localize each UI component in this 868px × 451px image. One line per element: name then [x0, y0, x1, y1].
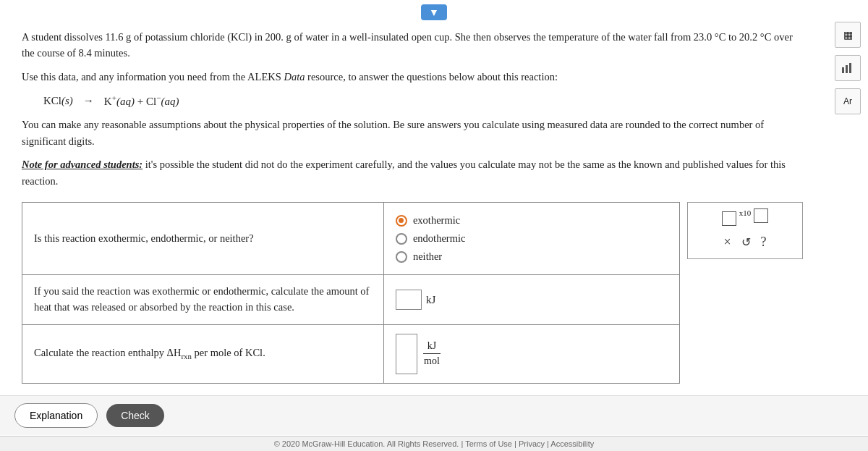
- q2-text: If you said the reaction was exothermic …: [22, 275, 384, 325]
- fraction-numerator: kJ: [423, 340, 441, 354]
- calculator-icon[interactable]: ▦: [835, 22, 861, 48]
- note-text: Note for advanced students: it's possibl…: [22, 156, 803, 189]
- radio-label-exothermic: exothermic: [413, 214, 460, 227]
- svg-rect-0: [842, 67, 844, 73]
- table-row: If you said the reaction was exothermic …: [22, 275, 680, 325]
- reaction-equation: KCl(s) → K+(aq) + Cl−(aq): [43, 93, 803, 108]
- explanation-button[interactable]: Explanation: [14, 403, 98, 428]
- fraction-input-row: kJ mol: [396, 334, 668, 374]
- problem-text-line1: A student dissolves 11.6 g of potassium …: [22, 29, 803, 62]
- radio-label-endothermic: endothermic: [413, 232, 465, 245]
- note-label: Note for advanced students:: [22, 159, 142, 170]
- question-area: Is this reaction exothermic, endothermic…: [22, 202, 803, 384]
- question-table: Is this reaction exothermic, endothermic…: [22, 202, 680, 384]
- equation-arrow: →: [83, 95, 94, 107]
- fraction-container: kJ mol: [423, 340, 441, 367]
- radio-exothermic[interactable]: exothermic: [396, 214, 668, 227]
- sidebar-right: ▦ Ar: [835, 22, 861, 114]
- radio-circle-neither: [396, 251, 407, 263]
- chart-icon[interactable]: [835, 55, 861, 81]
- equation-right: K+(aq) + Cl−(aq): [104, 93, 179, 108]
- undo-button[interactable]: ↺: [741, 235, 751, 249]
- q1-answer: exothermic endothermic neither: [383, 203, 679, 275]
- periodic-table-icon[interactable]: Ar: [835, 88, 861, 114]
- radio-endothermic[interactable]: endothermic: [396, 232, 668, 245]
- q2-answer: kJ: [383, 275, 679, 325]
- enthalpy-input[interactable]: [396, 334, 417, 374]
- use-data-text: Use this data, and any information you n…: [22, 69, 803, 85]
- chevron-button[interactable]: ▼: [421, 4, 447, 20]
- assumption-text: You can make any reasonable assumptions …: [22, 117, 803, 149]
- footer: © 2020 McGraw-Hill Education. All Rights…: [0, 436, 868, 451]
- radio-circle-endothermic: [396, 233, 407, 245]
- q3-text: Calculate the reaction enthalpy ΔHrxn pe…: [22, 324, 384, 383]
- heat-amount-input[interactable]: [396, 290, 422, 310]
- base-box: [722, 211, 736, 226]
- x10-container: x10: [722, 211, 769, 226]
- radio-group: exothermic endothermic neither: [396, 211, 668, 266]
- svg-rect-1: [846, 65, 848, 73]
- kj-input-row: kJ: [396, 290, 668, 310]
- chevron-icon: ▼: [429, 7, 439, 18]
- equation-left: KCl(s): [43, 95, 73, 107]
- clear-button[interactable]: ×: [723, 235, 731, 250]
- check-button[interactable]: Check: [106, 404, 164, 427]
- fraction-denominator: mol: [423, 354, 441, 367]
- q1-text: Is this reaction exothermic, endothermic…: [22, 203, 384, 275]
- svg-rect-2: [849, 63, 851, 73]
- help-button[interactable]: ?: [761, 235, 767, 250]
- action-row: × ↺ ?: [723, 235, 766, 250]
- radio-circle-exothermic: [396, 215, 407, 227]
- table-row: Is this reaction exothermic, endothermic…: [22, 203, 680, 275]
- bottom-bar: Explanation Check: [0, 395, 868, 435]
- exp-box: [754, 208, 768, 223]
- top-chevron-container: ▼: [0, 0, 868, 22]
- x10-label: x10: [739, 208, 752, 217]
- radio-neither[interactable]: neither: [396, 250, 668, 263]
- q3-answer: kJ mol: [383, 324, 679, 383]
- radio-label-neither: neither: [413, 250, 442, 263]
- main-content: A student dissolves 11.6 g of potassium …: [0, 22, 825, 384]
- kj-unit-label: kJ: [426, 294, 435, 306]
- right-panel: x10 × ↺ ?: [687, 202, 803, 259]
- table-row: Calculate the reaction enthalpy ΔHrxn pe…: [22, 324, 680, 383]
